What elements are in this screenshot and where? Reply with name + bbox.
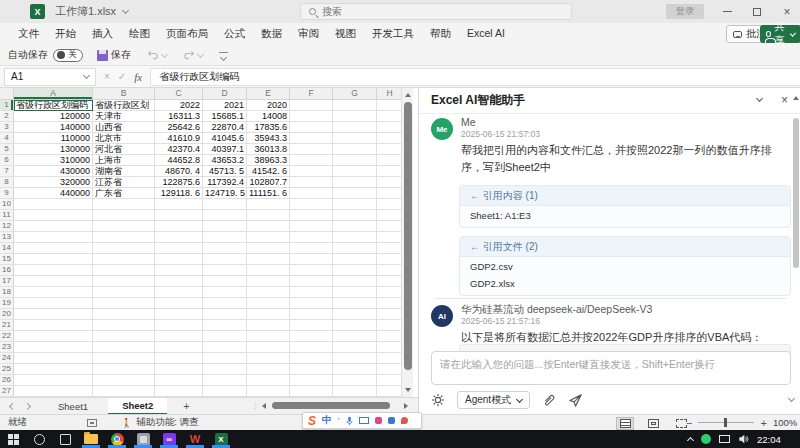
cell-B17[interactable]: [93, 276, 155, 287]
referenced-content-header[interactable]: ← 引用内容 (1): [460, 186, 790, 206]
cell-A4[interactable]: 110000: [14, 133, 93, 144]
cell-F25[interactable]: [290, 364, 333, 375]
cell-D22[interactable]: [203, 331, 247, 342]
cell-D4[interactable]: 41045.6: [203, 133, 247, 144]
cell-D1[interactable]: 2021: [203, 100, 247, 111]
cell-C2[interactable]: 16311.3: [155, 111, 203, 122]
cell-E20[interactable]: [247, 309, 290, 320]
cell-E26[interactable]: [247, 375, 290, 386]
cell-C15[interactable]: [155, 254, 203, 265]
network-icon[interactable]: [719, 435, 730, 443]
cell-F11[interactable]: [290, 210, 333, 221]
close-panel-icon[interactable]: ×: [781, 93, 788, 107]
cell-A21[interactable]: [14, 320, 93, 331]
cell-G15[interactable]: [333, 254, 377, 265]
cell-D15[interactable]: [203, 254, 247, 265]
cell-B23[interactable]: [93, 342, 155, 353]
row-header-26[interactable]: 26: [0, 375, 14, 386]
row-header-8[interactable]: 8: [0, 177, 14, 188]
cell-F16[interactable]: [290, 265, 333, 276]
row-header-22[interactable]: 22: [0, 331, 14, 342]
cell-E1[interactable]: 2020: [247, 100, 290, 111]
cell-D13[interactable]: [203, 232, 247, 243]
cell-A7[interactable]: 430000: [14, 166, 93, 177]
zoom-in-button[interactable]: +: [760, 417, 766, 429]
cell-B18[interactable]: [93, 287, 155, 298]
cell-E12[interactable]: [247, 221, 290, 232]
cell-F21[interactable]: [290, 320, 333, 331]
cell-C24[interactable]: [155, 353, 203, 364]
cell-B21[interactable]: [93, 320, 155, 331]
cell-H6[interactable]: [377, 155, 403, 166]
cell-H5[interactable]: [377, 144, 403, 155]
cell-F27[interactable]: [290, 386, 333, 397]
cell-G11[interactable]: [333, 210, 377, 221]
cell-B10[interactable]: [93, 199, 155, 210]
cell-H18[interactable]: [377, 287, 403, 298]
row-header-1[interactable]: 1: [0, 100, 14, 111]
cell-F3[interactable]: [290, 122, 333, 133]
cell-A13[interactable]: [14, 232, 93, 243]
row-header-21[interactable]: 21: [0, 320, 14, 331]
insert-function-icon[interactable]: fx: [134, 71, 142, 83]
title-dropdown-icon[interactable]: [122, 6, 129, 13]
sheet-vertical-scrollbar[interactable]: [401, 88, 413, 397]
ribbon-tab-视图[interactable]: 视图: [327, 27, 364, 41]
cell-G21[interactable]: [333, 320, 377, 331]
ribbon-tab-开发工具[interactable]: 开发工具: [364, 27, 422, 41]
cell-B12[interactable]: [93, 221, 155, 232]
cell-E18[interactable]: [247, 287, 290, 298]
referenced-files-card[interactable]: ← 引用文件 (2) GDP2.csv GDP2.xlsx: [459, 236, 791, 296]
cell-A12[interactable]: [14, 221, 93, 232]
cell-H9[interactable]: [377, 188, 403, 199]
ribbon-tab-绘图[interactable]: 绘图: [121, 27, 158, 41]
cell-F12[interactable]: [290, 221, 333, 232]
login-button[interactable]: 登录: [666, 4, 704, 19]
file-explorer-button[interactable]: [78, 430, 104, 448]
cell-C21[interactable]: [155, 320, 203, 331]
cell-G6[interactable]: [333, 155, 377, 166]
ribbon-tab-帮助[interactable]: 帮助: [422, 27, 459, 41]
column-header-H[interactable]: H: [377, 88, 403, 100]
cell-H14[interactable]: [377, 243, 403, 254]
cell-D26[interactable]: [203, 375, 247, 386]
save-icon[interactable]: [97, 50, 108, 61]
cell-C10[interactable]: [155, 199, 203, 210]
cell-B7[interactable]: 湖南省: [93, 166, 155, 177]
ribbon-tab-开始[interactable]: 开始: [47, 27, 84, 41]
cell-H25[interactable]: [377, 364, 403, 375]
cell-E23[interactable]: [247, 342, 290, 353]
cell-B8[interactable]: 江苏省: [93, 177, 155, 188]
clock[interactable]: 22:04: [757, 434, 781, 445]
ime-punctuation[interactable]: ’: [338, 416, 340, 426]
cell-H27[interactable]: [377, 386, 403, 397]
tab-splitter-handle[interactable]: ⋮: [252, 402, 260, 410]
ime-skin-icon[interactable]: [401, 417, 408, 424]
cell-C11[interactable]: [155, 210, 203, 221]
cell-B25[interactable]: [93, 364, 155, 375]
row-header-4[interactable]: 4: [0, 133, 14, 144]
cell-C25[interactable]: [155, 364, 203, 375]
cell-G2[interactable]: [333, 111, 377, 122]
referenced-files-header[interactable]: ← 引用文件 (2): [460, 237, 790, 257]
cell-D18[interactable]: [203, 287, 247, 298]
cell-E3[interactable]: 17835.6: [247, 122, 290, 133]
cell-A14[interactable]: [14, 243, 93, 254]
cell-C4[interactable]: 41610.9: [155, 133, 203, 144]
cell-E22[interactable]: [247, 331, 290, 342]
row-header-17[interactable]: 17: [0, 276, 14, 287]
cell-F17[interactable]: [290, 276, 333, 287]
cell-D11[interactable]: [203, 210, 247, 221]
column-header-E[interactable]: E: [247, 88, 290, 100]
tray-expand-icon[interactable]: [687, 436, 694, 443]
cell-H22[interactable]: [377, 331, 403, 342]
column-header-F[interactable]: F: [290, 88, 333, 100]
cell-E11[interactable]: [247, 210, 290, 221]
cell-B2[interactable]: 天津市: [93, 111, 155, 122]
confirm-entry-icon[interactable]: ✓: [118, 71, 126, 82]
select-all-corner[interactable]: [0, 88, 14, 100]
row-header-13[interactable]: 13: [0, 232, 14, 243]
cell-H19[interactable]: [377, 298, 403, 309]
excel-button[interactable]: X: [208, 430, 234, 448]
cell-B14[interactable]: [93, 243, 155, 254]
